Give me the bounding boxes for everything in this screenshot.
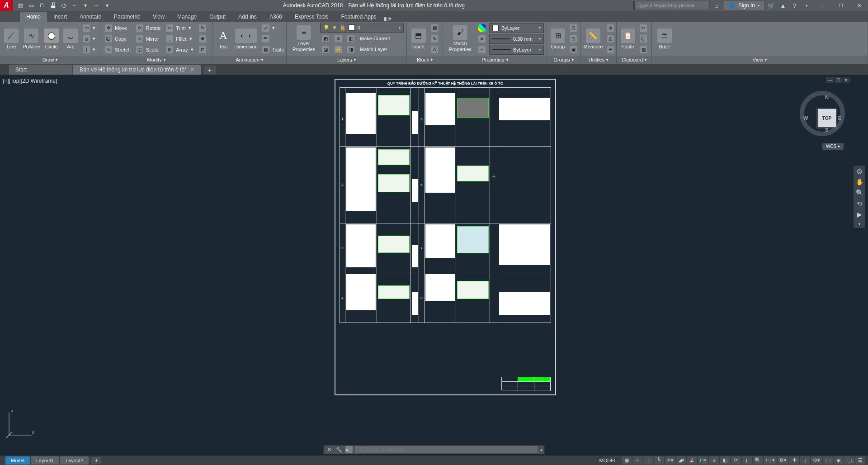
text-button[interactable]: AText (215, 28, 231, 50)
draw-extra-1[interactable]: ▭▾ (81, 23, 97, 33)
make-current-button[interactable]: Make Current (358, 33, 404, 43)
status-lwt-icon[interactable]: ≡ (709, 456, 719, 465)
viewcube-south[interactable]: S (825, 127, 828, 133)
vp-max-icon[interactable]: ☐ (835, 77, 842, 83)
rotate-button[interactable]: ⟳Rotate (134, 23, 162, 33)
clip-extra-button[interactable]: ▧ (638, 45, 649, 55)
stretch-button[interactable]: ⇲Stretch (103, 45, 132, 55)
status-osnap-icon[interactable]: ∠ (687, 456, 697, 465)
filetab-start[interactable]: Start (9, 65, 72, 75)
zoom-icon[interactable]: 🔍 (856, 189, 863, 196)
panel-modify-title[interactable]: Modify▾ (100, 56, 212, 64)
status-annoscale-icon[interactable]: 🔍 (753, 456, 763, 465)
qat-undo-icon[interactable]: ← (70, 1, 80, 10)
layer-extra-2[interactable]: ◨ (345, 44, 356, 54)
tab-a360[interactable]: A360 (263, 12, 288, 22)
layer-freeze-button[interactable]: ❄ (333, 33, 344, 43)
status-custom-icon[interactable]: ☰ (855, 456, 865, 465)
viewcube-north[interactable]: N (825, 95, 829, 100)
status-snap-icon[interactable]: ⊹ (632, 456, 642, 465)
match-properties-button[interactable]: 🖌Match Properties (446, 24, 475, 52)
draw-extra-3[interactable]: ∫▾ (81, 45, 97, 55)
anno-extra[interactable]: ☰ (260, 34, 286, 44)
tab-home[interactable]: Home (20, 12, 47, 22)
cmd-close-icon[interactable]: ✕ (326, 446, 333, 453)
viewport-controls[interactable]: [−][Top][2D Wireframe] (3, 78, 57, 84)
status-annomon-icon[interactable]: ✚ (789, 456, 799, 465)
status-otrack-icon[interactable]: ◻▾ (698, 456, 708, 465)
layouttab-model[interactable]: Model (5, 456, 30, 465)
orbit-icon[interactable]: ⟲ (857, 200, 862, 207)
tab-more-icon[interactable]: ◧▾ (383, 15, 393, 22)
cut-button[interactable]: ✂ (638, 23, 649, 33)
layer-extra-1[interactable]: ◧ (345, 33, 356, 43)
lineweight-dropdown[interactable]: 0.30 mm▾ (489, 34, 544, 44)
status-gear-icon[interactable]: ⚙▾ (778, 456, 788, 465)
qat-open-icon[interactable]: 🗋 (37, 1, 47, 10)
leader-button[interactable]: ↙▾ (260, 23, 286, 33)
qat-save-icon[interactable]: 💾 (48, 1, 58, 10)
layer-properties-button[interactable]: ≡Layer Properties (289, 23, 318, 55)
draw-extra-2[interactable]: ⧅▾ (81, 34, 97, 44)
vp-close-icon[interactable]: ✕ (843, 77, 850, 83)
help-drop-icon[interactable]: ▾ (802, 1, 811, 10)
group-edit-button[interactable]: ⊡ (568, 34, 579, 44)
layer-lock-button[interactable]: 🔒 (333, 44, 344, 54)
modify-extra-2[interactable]: ✹ (197, 34, 208, 44)
copy-clip-button[interactable]: ⿻ (638, 34, 649, 44)
viewcube-top-face[interactable]: TOP (818, 109, 836, 127)
tab-output[interactable]: Output (203, 12, 232, 22)
panel-layers-title[interactable]: Layers▾ (287, 56, 406, 64)
color-dropdown[interactable]: ByLayer▾ (489, 23, 544, 33)
qat-undo-drop-icon[interactable]: ▾ (80, 1, 90, 10)
block-edit-button[interactable]: ✎ (429, 34, 440, 44)
showmotion-icon[interactable]: ▶ (857, 211, 862, 218)
util-1[interactable]: ⊕ (605, 23, 616, 33)
status-grid-icon[interactable]: ▦ (622, 456, 632, 465)
panel-view-title[interactable]: View▾ (652, 56, 868, 64)
measure-button[interactable]: 📏Measure (583, 28, 603, 50)
tab-featured[interactable]: Featured Apps (335, 12, 383, 22)
pan-icon[interactable]: ✋ (856, 178, 863, 185)
status-trans-icon[interactable]: ◧ (720, 456, 730, 465)
view-cube[interactable]: TOP N S E W (797, 89, 847, 138)
drawing-canvas[interactable]: [−][Top][2D Wireframe] — ☐ ✕ QUY TRÌNH B… (0, 75, 868, 444)
layouttab-layout1[interactable]: Layout1 (31, 456, 59, 465)
array-button[interactable]: ⊞Array▾ (164, 45, 195, 55)
qat-new-icon[interactable]: ▭ (26, 1, 36, 10)
layer-dropdown[interactable]: 💡 ☀ 🔓 0 ▾ (320, 23, 404, 33)
qat-redo-drop-icon[interactable]: ▾ (102, 1, 112, 10)
tab-view[interactable]: View (146, 12, 171, 22)
cmd-expand-icon[interactable]: ▴ (540, 447, 542, 452)
status-ortho-icon[interactable]: ┗ (654, 456, 664, 465)
table-button[interactable]: ▦Table (260, 45, 286, 55)
status-hw-icon[interactable]: ◉ (834, 456, 844, 465)
tab-addins[interactable]: Add-ins (232, 12, 263, 22)
tab-annotate[interactable]: Annotate (73, 12, 108, 22)
status-monitor-icon[interactable]: 🖵 (823, 456, 833, 465)
layer-off-button[interactable]: ◪ (320, 44, 331, 54)
prop-lw-button[interactable]: ≡ (476, 34, 487, 44)
paste-button[interactable]: 📋Paste (619, 28, 636, 50)
window-maximize-button[interactable]: ☐ (832, 0, 850, 11)
util-2[interactable]: ◎ (605, 34, 616, 44)
app-logo[interactable]: A (0, 0, 13, 11)
filetab-add-button[interactable]: + (203, 66, 216, 75)
status-ws-icon[interactable]: ⚙▾ (811, 456, 822, 465)
block-create-button[interactable]: ▦ (429, 23, 440, 33)
status-polar-icon[interactable]: ✛▾ (665, 456, 675, 465)
polyline-button[interactable]: ∿Polyline (22, 28, 41, 50)
trim-button[interactable]: ✂Trim▾ (164, 23, 195, 33)
qat-redo-icon[interactable]: → (91, 1, 101, 10)
tab-parametric[interactable]: Parametric (108, 12, 146, 22)
panel-properties-title[interactable]: Properties▾ (443, 56, 547, 64)
arc-button[interactable]: ◡Arc (62, 28, 79, 50)
command-input[interactable] (355, 446, 538, 453)
tab-express[interactable]: Express Tools (288, 12, 335, 22)
move-button[interactable]: ✥Move (103, 23, 132, 33)
layouttab-add-button[interactable]: + (91, 457, 101, 464)
vp-min-icon[interactable]: — (826, 77, 834, 83)
window-close-button[interactable]: ✕ (850, 0, 868, 11)
viewcube-east[interactable]: E (838, 115, 841, 121)
qat-plot-icon[interactable]: ⭯ (59, 1, 69, 10)
